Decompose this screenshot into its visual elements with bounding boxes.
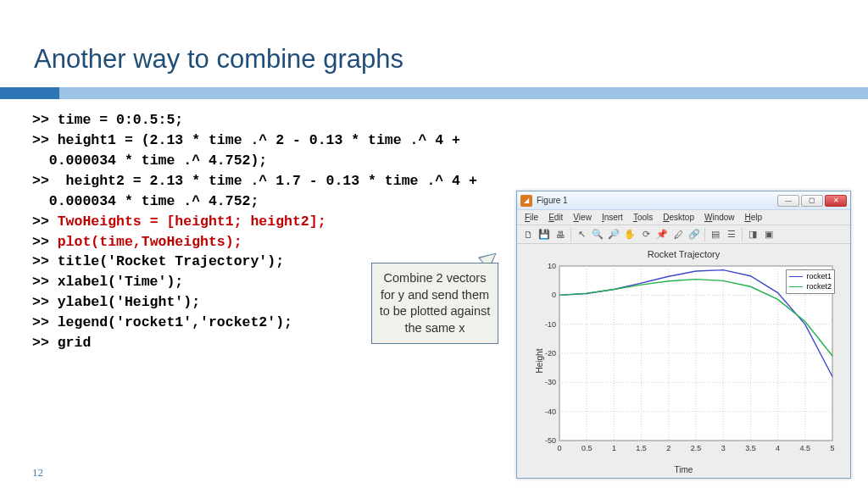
- menu-tools[interactable]: Tools: [629, 212, 657, 223]
- page-number: 12: [32, 466, 43, 480]
- menu-help[interactable]: Help: [741, 212, 767, 223]
- pan-icon[interactable]: ✋: [622, 227, 637, 242]
- svg-text:-20: -20: [545, 349, 556, 358]
- zoom-in-icon[interactable]: 🔍: [590, 227, 605, 242]
- svg-text:4: 4: [776, 444, 780, 452]
- figure-toolbar: 🗋 💾 🖶 ↖ 🔍 🔎 ✋ ⟳ 📌 🖊 🔗 ▤ ☰ ◨ ▣: [517, 225, 850, 244]
- svg-text:-50: -50: [545, 436, 556, 445]
- menu-desktop[interactable]: Desktop: [659, 212, 698, 223]
- dock-icon[interactable]: ▣: [761, 227, 776, 242]
- figure-menubar: File Edit View Insert Tools Desktop Wind…: [517, 210, 850, 225]
- menu-window[interactable]: Window: [700, 212, 739, 223]
- legend-entry-2: rocket2: [806, 282, 832, 292]
- save-icon[interactable]: 💾: [537, 227, 552, 242]
- code-line-2: >> height1 = (2.13 * time .^ 2 - 0.13 * …: [32, 130, 520, 171]
- menu-view[interactable]: View: [569, 212, 596, 223]
- svg-text:2.5: 2.5: [691, 444, 702, 452]
- colorbar-icon[interactable]: ▤: [708, 227, 723, 242]
- maximize-button[interactable]: ▢: [801, 195, 823, 207]
- svg-text:0: 0: [557, 444, 561, 452]
- rotate-icon[interactable]: ⟳: [638, 227, 654, 242]
- slide-title: Another way to combine graphs: [34, 44, 403, 75]
- menu-file[interactable]: File: [520, 212, 542, 223]
- legend-icon[interactable]: ☰: [724, 227, 739, 242]
- svg-text:1.5: 1.5: [636, 444, 647, 452]
- menu-insert[interactable]: Insert: [598, 212, 627, 223]
- x-axis-label: Time: [675, 465, 693, 474]
- svg-text:0.5: 0.5: [581, 444, 593, 452]
- svg-text:5: 5: [830, 444, 834, 452]
- figure-window-title: Figure 1: [537, 196, 776, 205]
- print-icon[interactable]: 🖶: [553, 227, 568, 242]
- accent-bar: [0, 87, 868, 99]
- figure-titlebar[interactable]: ◢ Figure 1 — ▢ ✕: [517, 191, 850, 210]
- svg-text:0: 0: [552, 291, 556, 299]
- code-line-1: >> time = 0:0.5:5;: [32, 110, 520, 130]
- svg-text:3.5: 3.5: [745, 444, 756, 452]
- figure-window: ◢ Figure 1 — ▢ ✕ File Edit View Insert T…: [516, 191, 851, 479]
- legend-box[interactable]: rocket1 rocket2: [786, 269, 835, 294]
- pointer-icon[interactable]: ↖: [574, 227, 589, 242]
- callout-box: Combine 2 vectors for y and send them to…: [371, 263, 498, 344]
- new-figure-icon[interactable]: 🗋: [520, 227, 536, 242]
- link-icon[interactable]: 🔗: [687, 227, 702, 242]
- plot-area: Rocket Trajectory Height Time 00.511.522…: [517, 244, 850, 478]
- svg-text:4.5: 4.5: [800, 444, 811, 452]
- code-line-3: >> height2 = 2.13 * time .^ 1.7 - 0.13 *…: [32, 171, 520, 212]
- code-line-5: >> plot(time,TwoHeights);: [32, 232, 520, 252]
- menu-edit[interactable]: Edit: [544, 212, 567, 223]
- close-button[interactable]: ✕: [825, 195, 847, 207]
- svg-text:3: 3: [721, 444, 726, 452]
- minimize-button[interactable]: —: [777, 195, 799, 207]
- svg-text:-30: -30: [545, 378, 556, 386]
- legend-entry-1: rocket1: [806, 272, 832, 282]
- svg-text:-10: -10: [545, 320, 556, 329]
- datacursor-icon[interactable]: 📌: [654, 227, 670, 242]
- svg-text:2: 2: [666, 444, 670, 452]
- plot-title: Rocket Trajectory: [517, 244, 850, 259]
- zoom-out-icon[interactable]: 🔎: [606, 227, 621, 242]
- hide-tools-icon[interactable]: ◨: [745, 227, 760, 242]
- svg-text:10: 10: [548, 263, 556, 270]
- svg-text:-40: -40: [545, 408, 556, 416]
- matlab-icon: ◢: [520, 195, 532, 207]
- code-line-4: >> TwoHeights = [height1; height2];: [32, 212, 520, 232]
- brush-icon[interactable]: 🖊: [670, 227, 686, 242]
- svg-text:1: 1: [612, 444, 616, 452]
